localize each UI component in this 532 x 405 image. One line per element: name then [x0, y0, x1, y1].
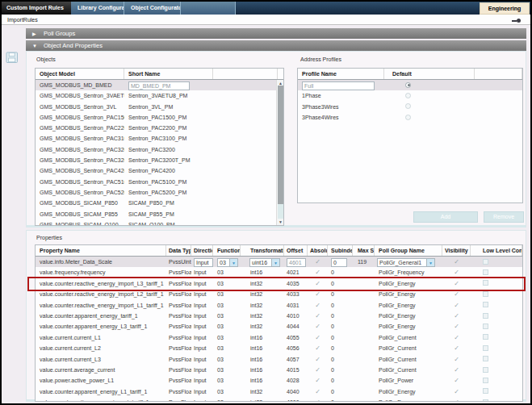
- profile-name-input[interactable]: Full: [302, 81, 375, 90]
- object-row[interactable]: GMS_MODBUS_Sentron_PAC3200TSentron_PAC32…: [36, 155, 283, 165]
- property-row[interactable]: value.counter.active_energy_import_tarif…: [36, 397, 522, 402]
- tab-custom-import-rules[interactable]: Custom Import Rules: [2, 2, 71, 15]
- cell-blank: [213, 144, 278, 155]
- cell-data-type: PvssFloat: [166, 397, 191, 402]
- subindex-input[interactable]: 0: [331, 258, 347, 267]
- object-row[interactable]: GMS_MODBUS_SICAM_P855SICAM_P855_PM: [36, 209, 283, 219]
- default-radio[interactable]: [405, 82, 411, 88]
- property-row[interactable]: value.counter.reactive_energy_import_L2_…: [36, 289, 522, 299]
- properties-column-header-11: Low Level Comp: [471, 245, 522, 256]
- object-row[interactable]: GMS_MODBUS_Sentron_PAC3200Sentron_PAC320…: [36, 144, 283, 155]
- cell-subindex: 0: [328, 386, 353, 397]
- cell-absolute: ✓: [308, 311, 328, 321]
- tab-object-configurator[interactable]: Object Configurator: [124, 2, 181, 15]
- transformation-input[interactable]: uint16: [249, 258, 272, 267]
- cell-short-name: Sentron_PAC5100_PM: [124, 177, 213, 187]
- dropdown-arrow-icon[interactable]: ▼: [230, 258, 238, 267]
- profile-row[interactable]: 3Phase4Wires: [298, 112, 522, 123]
- property-row[interactable]: value.info.Meter_Data_ScalePvssUintInput…: [36, 257, 522, 267]
- low-level-comp-checkbox[interactable]: [483, 313, 488, 319]
- default-radio[interactable]: [405, 93, 411, 98]
- cell-max: [353, 397, 375, 402]
- cell-low-level-comp: [471, 397, 522, 402]
- visibility-checkmark-icon: ✓: [454, 399, 459, 402]
- cell-offset: 4031: [284, 300, 308, 311]
- object-row[interactable]: GMS_MODBUS_Sentron_PAC1500Sentron_PAC150…: [36, 112, 283, 123]
- profile-row[interactable]: 1Phase: [298, 90, 522, 101]
- low-level-comp-checkbox[interactable]: [483, 367, 488, 373]
- cell-data-type: PvssFloat: [166, 354, 191, 365]
- low-level-comp-checkbox[interactable]: [483, 378, 488, 383]
- cell-data-type: PvssUint: [166, 257, 191, 267]
- object-row[interactable]: GMS_MODBUS_Sentron_PAC4200Sentron_PAC420…: [36, 165, 283, 176]
- add-button[interactable]: Add: [413, 211, 478, 223]
- property-row[interactable]: value.current.current_L3PvssFloatInput03…: [36, 354, 522, 365]
- visibility-checkmark-icon: ✓: [454, 312, 459, 319]
- low-level-comp-checkbox[interactable]: [483, 388, 488, 394]
- low-level-comp-checkbox[interactable]: [483, 399, 488, 402]
- function-input[interactable]: 03: [217, 258, 230, 267]
- low-level-comp-checkbox[interactable]: [483, 280, 488, 286]
- object-row[interactable]: GMS_MODBUS_SICAM_P850SICAM_P850_PM: [36, 198, 283, 208]
- section-object-and-properties[interactable]: ▼Object And Properties: [26, 40, 526, 51]
- low-level-comp-checkbox[interactable]: [483, 291, 488, 297]
- pin-icon[interactable]: [512, 19, 521, 23]
- property-row[interactable]: value.counter.apparent_energy_tariff_1Pv…: [36, 311, 522, 321]
- property-row[interactable]: value.counter.reactive_energy_import_L3_…: [36, 278, 522, 289]
- default-radio[interactable]: [405, 103, 411, 109]
- object-row[interactable]: GMS_MODBUS_SICAM_Q100SICAM_Q100_PM: [36, 219, 283, 226]
- profile-row[interactable]: Full: [298, 80, 522, 90]
- low-level-comp-checkbox[interactable]: [483, 356, 488, 361]
- cell-default: [384, 80, 475, 90]
- tab-engineering[interactable]: Engineering: [480, 2, 530, 15]
- scrollbar-track[interactable]: [278, 204, 283, 219]
- low-level-comp-checkbox[interactable]: [483, 345, 488, 351]
- section-poll-groups[interactable]: ▶Poll Groups: [26, 28, 526, 39]
- object-row[interactable]: GMS_MODBUS_Sentron_PAC2200Sentron_PAC220…: [36, 123, 283, 133]
- property-row[interactable]: value.counter.apparent_energy_L3_tariff_…: [36, 321, 522, 332]
- object-row[interactable]: GMS_MODBUS_Sentron_3VLSentron_3VL_PM: [36, 102, 283, 112]
- property-row[interactable]: value.frequency.frequencyPvssFloatInput0…: [36, 267, 522, 278]
- low-level-comp-checkbox[interactable]: [483, 334, 488, 340]
- default-radio[interactable]: [405, 115, 411, 120]
- object-row[interactable]: GMS_MODBUS_Sentron_3VAETU8Sentron_3VAETU…: [36, 90, 283, 101]
- object-row[interactable]: GMS_MODBUS_Sentron_PAC5200Sentron_PAC520…: [36, 187, 283, 198]
- dropdown-arrow-icon[interactable]: ▼: [272, 258, 280, 267]
- direction-input[interactable]: Input: [194, 258, 213, 267]
- object-row[interactable]: GMS_MODBUS_Sentron_PAC5100Sentron_PAC510…: [36, 177, 283, 187]
- cell-visibility: ✓: [442, 343, 471, 353]
- object-row[interactable]: GMS_MODBUS_Sentron_PAC3100Sentron_PAC310…: [36, 133, 283, 144]
- low-level-comp-checkbox[interactable]: [483, 302, 488, 307]
- remove-button[interactable]: Remove: [484, 211, 524, 223]
- cell-transformation: int32: [241, 289, 284, 299]
- property-row[interactable]: value.counter.apparent_energy_L1_tariff_…: [36, 386, 522, 397]
- objects-scrollbar[interactable]: ▲ ▼: [276, 80, 283, 225]
- properties-column-header-2: Direction: [191, 245, 213, 256]
- low-level-comp-checkbox[interactable]: [483, 259, 488, 265]
- short-name-input[interactable]: MD_BMED_PM: [128, 81, 190, 90]
- cell-absolute: ✓: [308, 289, 328, 299]
- low-level-comp-checkbox[interactable]: [483, 324, 488, 329]
- low-level-comp-checkbox[interactable]: [483, 269, 488, 275]
- cell-default: [384, 112, 475, 123]
- property-row[interactable]: value.current.average_currentPvssFloatIn…: [36, 365, 522, 375]
- scroll-down-icon[interactable]: ▼: [277, 219, 284, 225]
- cell-direction: Input: [191, 278, 213, 289]
- tab-library-configurator[interactable]: Library Configurator: [71, 2, 124, 15]
- cell-offset: 4010: [284, 311, 308, 321]
- cell-direction: Input: [191, 257, 213, 267]
- poll_group-input[interactable]: PollGr_General1: [377, 258, 427, 267]
- dropdown-arrow-icon[interactable]: ▼: [427, 258, 435, 267]
- object-row[interactable]: GMS_MODBUS_MD_BMEDMD_BMED_PM: [36, 80, 283, 90]
- property-row[interactable]: value.current.current_L1PvssFloatInput03…: [36, 332, 522, 343]
- save-icon[interactable]: [6, 52, 19, 64]
- cell-blank: [213, 80, 278, 90]
- property-row[interactable]: value.power.active_power_L1PvssFloatInpu…: [36, 375, 522, 386]
- profile-row[interactable]: 3Phase3Wires: [298, 102, 522, 112]
- cell-short-name: SICAM_P855_PM: [124, 209, 213, 219]
- scrollbar-thumb[interactable]: [278, 86, 283, 204]
- cell-transformation: int32: [241, 397, 284, 402]
- property-row[interactable]: value.counter.reactive_energy_import_L1_…: [36, 300, 522, 311]
- offset-input[interactable]: 4601: [287, 258, 306, 267]
- property-row[interactable]: value.current.current_L2PvssFloatInput03…: [36, 343, 522, 353]
